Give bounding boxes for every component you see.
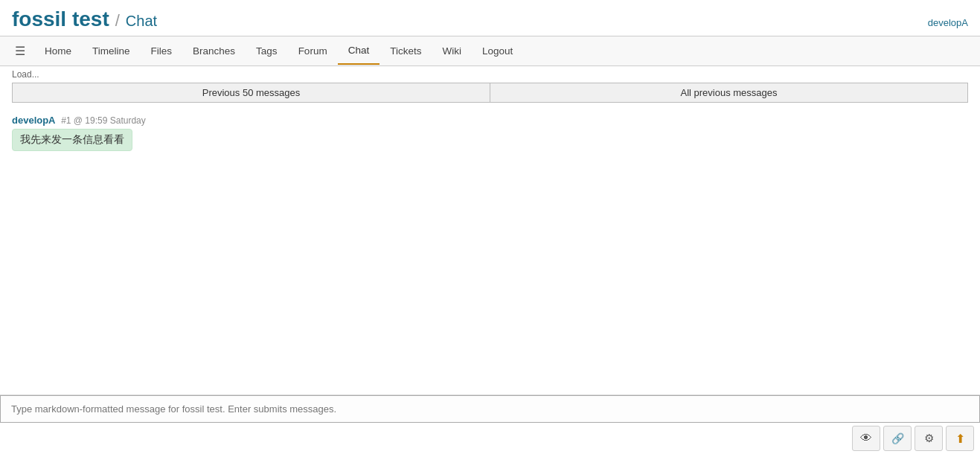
chat-wrapper: Load... Previous 50 messages All previou… (0, 66, 980, 386)
nav-timeline[interactable]: Timeline (82, 38, 141, 64)
header-user-link[interactable]: developA (928, 17, 968, 28)
nav-forum[interactable]: Forum (288, 38, 338, 64)
nav-files[interactable]: Files (141, 38, 183, 64)
header-left: fossil test / Chat (12, 7, 157, 31)
messages-list: developA #1 @ 19:59 Saturday 我先来发一条信息看看 (0, 109, 980, 386)
load-buttons: Previous 50 messages All previous messag… (12, 83, 968, 103)
message-bubble: 我先来发一条信息看看 (12, 129, 132, 151)
nav-tickets[interactable]: Tickets (379, 38, 432, 64)
site-title: fossil test (12, 7, 109, 31)
nav-logout[interactable]: Logout (472, 38, 523, 64)
header-separator: / (115, 11, 120, 31)
nav-chat[interactable]: Chat (338, 37, 380, 65)
nav-bar: ☰ Home Timeline Files Branches Tags Foru… (0, 36, 980, 66)
nav-tags[interactable]: Tags (246, 38, 288, 64)
load-label: Load... (0, 66, 980, 83)
header-chat-label: Chat (126, 13, 157, 30)
message-meta: #1 @ 19:59 Saturday (61, 115, 146, 126)
header: fossil test / Chat developA (0, 0, 980, 36)
prev-50-button[interactable]: Previous 50 messages (13, 83, 490, 102)
hamburger-menu[interactable]: ☰ (6, 36, 34, 65)
message-item: developA #1 @ 19:59 Saturday 我先来发一条信息看看 (12, 115, 968, 151)
nav-wiki[interactable]: Wiki (432, 38, 472, 64)
nav-branches[interactable]: Branches (182, 38, 246, 64)
all-prev-button[interactable]: All previous messages (490, 83, 967, 102)
nav-home[interactable]: Home (34, 38, 82, 64)
message-author: developA (12, 115, 56, 126)
message-header: developA #1 @ 19:59 Saturday (12, 115, 968, 126)
